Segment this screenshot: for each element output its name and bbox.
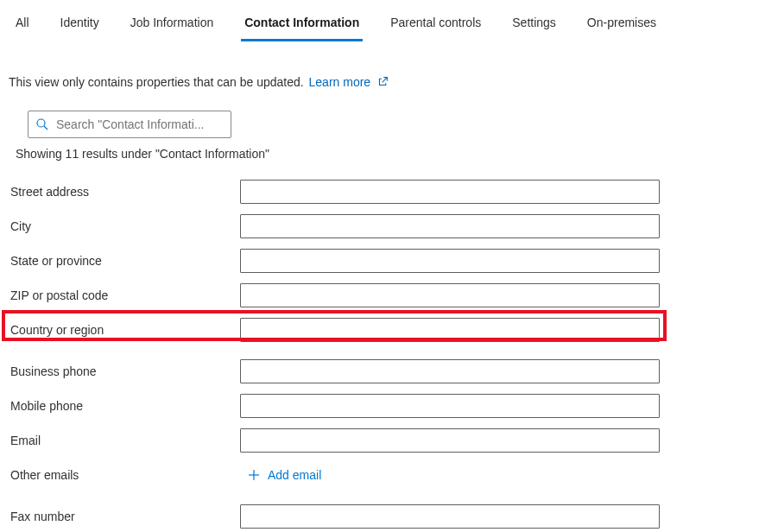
input-country[interactable] xyxy=(240,318,660,342)
tab-parental-controls[interactable]: Parental controls xyxy=(387,7,484,41)
info-text: This view only contains properties that … xyxy=(9,75,304,89)
label-fax: Fax number xyxy=(10,510,240,523)
results-count: Showing 11 results under "Contact Inform… xyxy=(0,138,778,161)
info-bar: This view only contains properties that … xyxy=(0,42,778,90)
tab-identity[interactable]: Identity xyxy=(57,7,103,41)
tab-all[interactable]: All xyxy=(12,7,33,41)
input-email[interactable] xyxy=(240,428,660,453)
add-email-button[interactable]: Add email xyxy=(240,458,321,492)
label-business-phone: Business phone xyxy=(10,364,240,378)
label-email: Email xyxy=(10,434,240,447)
row-zip: ZIP or postal code xyxy=(10,278,768,313)
label-country: Country or region xyxy=(10,323,240,337)
label-city: City xyxy=(10,219,240,233)
search-input[interactable] xyxy=(56,117,224,131)
form-area: Street address City State or province ZI… xyxy=(0,161,778,532)
input-mobile-phone[interactable] xyxy=(240,394,660,418)
row-business-phone: Business phone xyxy=(10,354,768,389)
label-zip: ZIP or postal code xyxy=(10,288,240,302)
tab-job-information[interactable]: Job Information xyxy=(127,7,218,41)
label-street-address: Street address xyxy=(10,185,240,199)
input-street-address[interactable] xyxy=(240,180,660,204)
row-street-address: Street address xyxy=(10,174,768,209)
learn-more-link[interactable]: Learn more xyxy=(309,75,389,89)
add-email-label: Add email xyxy=(268,468,321,482)
tab-settings[interactable]: Settings xyxy=(509,7,560,41)
row-fax: Fax number xyxy=(10,499,768,532)
row-city: City xyxy=(10,209,768,244)
input-zip[interactable] xyxy=(240,283,660,307)
label-mobile-phone: Mobile phone xyxy=(10,399,240,413)
row-email: Email xyxy=(10,423,768,458)
svg-line-1 xyxy=(44,126,47,130)
label-other-emails: Other emails xyxy=(10,468,240,482)
input-business-phone[interactable] xyxy=(240,359,660,383)
row-mobile-phone: Mobile phone xyxy=(10,389,768,423)
tab-on-premises[interactable]: On-premises xyxy=(584,7,660,41)
plus-icon xyxy=(247,468,261,482)
input-city[interactable] xyxy=(240,214,660,238)
svg-point-0 xyxy=(37,119,45,127)
external-link-icon xyxy=(377,76,389,90)
tab-contact-information[interactable]: Contact Information xyxy=(241,7,363,41)
tab-bar: All Identity Job Information Contact Inf… xyxy=(0,0,778,42)
row-other-emails: Other emails Add email xyxy=(10,458,768,492)
row-country: Country or region xyxy=(10,313,768,347)
search-box[interactable] xyxy=(28,111,231,138)
search-icon xyxy=(35,117,49,131)
input-state[interactable] xyxy=(240,249,660,273)
label-state: State or province xyxy=(10,254,240,268)
input-fax[interactable] xyxy=(240,504,660,529)
row-state: State or province xyxy=(10,244,768,278)
